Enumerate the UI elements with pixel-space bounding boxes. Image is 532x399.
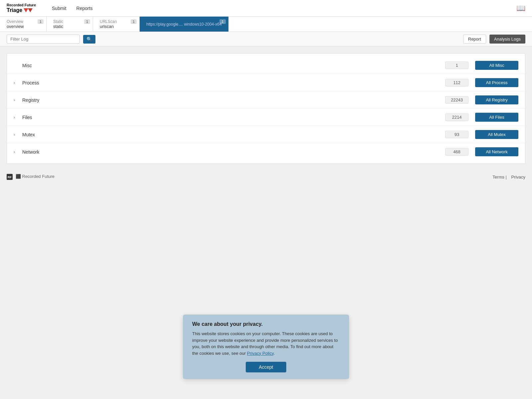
triangle-icon-right [28, 8, 33, 12]
rf-logo-icon: RF [7, 174, 13, 180]
footer: RF ⬛ Recorded Future Terms | Privacy [0, 171, 532, 183]
expand-icon[interactable]: › [14, 115, 20, 120]
row-all-button[interactable]: All Mutex [475, 130, 518, 139]
triangle-icon-left [24, 8, 28, 12]
tab-overview-badge: 1 [38, 19, 44, 24]
tab-overview-label: Overview [7, 19, 40, 24]
tab-spacer [229, 17, 532, 32]
report-button[interactable]: Report [463, 35, 486, 44]
logo-text-bottom: Triage [7, 7, 22, 13]
nav-submit[interactable]: Submit [52, 6, 66, 11]
tab-urlscan-label: URLScan [100, 19, 133, 24]
footer-terms-link[interactable]: Terms [492, 175, 504, 180]
expand-icon[interactable]: › [14, 80, 20, 85]
tab-static-name: static [53, 24, 86, 29]
expand-icon[interactable]: › [14, 98, 20, 102]
tab-static-label: Static [53, 19, 86, 24]
footer-privacy-link[interactable]: Privacy [511, 175, 525, 180]
footer-divider: | [505, 175, 508, 180]
row-all-button[interactable]: All Misc [475, 61, 518, 70]
table-row: ›Mutex93All Mutex [7, 126, 525, 143]
nav-reports[interactable]: Reports [76, 6, 93, 11]
tab-urlscan-name: urlscan [100, 24, 133, 29]
table-row: ›Network468All Network [7, 143, 525, 160]
footer-logo: RF ⬛ Recorded Future [7, 174, 55, 180]
header-right: 📖 [516, 4, 525, 13]
table-row: ›Files2214All Files [7, 109, 525, 126]
row-name: Files [22, 115, 445, 120]
tab-overview-name: overview [7, 24, 40, 29]
row-all-button[interactable]: All Network [475, 147, 518, 156]
logo[interactable]: Recorded Future Triage [7, 3, 39, 13]
row-name: Registry [22, 97, 445, 103]
tab-bar: 1 Overview overview 1 Static static 1 UR… [0, 17, 532, 32]
expand-icon[interactable]: › [14, 132, 20, 137]
tab-urlscan[interactable]: 1 URLScan urlscan [93, 17, 140, 32]
toolbar: 🔍 Report Analysis Logs [0, 32, 532, 47]
search-icon: 🔍 [86, 37, 92, 42]
row-all-button[interactable]: All Registry [475, 95, 518, 104]
footer-links: Terms | Privacy [489, 175, 525, 180]
table-row: ›Registry22243All Registry [7, 91, 525, 109]
main-content: ›Misc1All Misc›Process112All Process›Reg… [0, 47, 532, 171]
tab-active-label: https://play.google.... windows10-2004-x… [146, 22, 222, 27]
table-row: ›Process112All Process [7, 74, 525, 91]
tab-active-badge: 1 [219, 19, 225, 24]
row-count: 468 [445, 148, 468, 156]
row-count: 22243 [445, 96, 468, 104]
header: Recorded Future Triage Submit Reports 📖 [0, 0, 532, 17]
filter-input[interactable] [7, 35, 80, 44]
expand-icon[interactable]: › [14, 150, 20, 154]
row-all-button[interactable]: All Files [475, 113, 518, 122]
row-name: Misc [22, 63, 445, 68]
svg-text:RF: RF [8, 176, 12, 179]
tab-urlscan-badge: 1 [131, 19, 137, 24]
tab-static-badge: 1 [84, 19, 90, 24]
book-icon[interactable]: 📖 [516, 4, 525, 13]
row-count: 1 [445, 62, 468, 69]
search-button[interactable]: 🔍 [83, 35, 95, 44]
row-count: 2214 [445, 113, 468, 121]
analysis-logs-button[interactable]: Analysis Logs [489, 35, 525, 44]
content-card: ›Misc1All Misc›Process112All Process›Reg… [7, 53, 525, 164]
row-count: 93 [445, 131, 468, 138]
row-name: Mutex [22, 132, 445, 137]
footer-logo-text: ⬛ Recorded Future [16, 174, 55, 179]
tab-overview[interactable]: 1 Overview overview [0, 17, 47, 32]
tab-active[interactable]: 1 https://play.google.... windows10-2004… [140, 17, 229, 32]
table-row: ›Misc1All Misc [7, 57, 525, 74]
logo-text-top: Recorded Future [7, 3, 36, 7]
tab-static[interactable]: 1 Static static [47, 17, 93, 32]
row-count: 112 [445, 79, 468, 86]
row-all-button[interactable]: All Process [475, 78, 518, 87]
row-name: Process [22, 80, 445, 85]
row-name: Network [22, 149, 445, 155]
